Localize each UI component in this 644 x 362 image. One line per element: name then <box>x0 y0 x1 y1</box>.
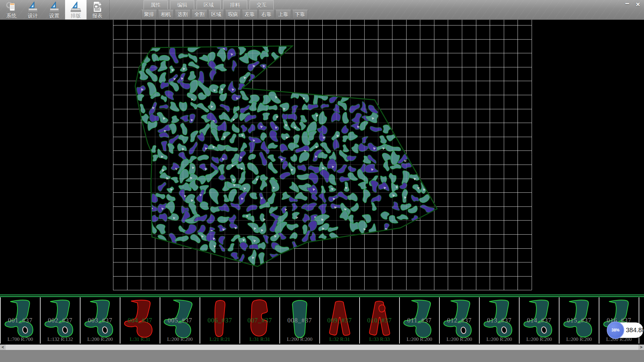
menu-tab-2[interactable]: 编辑 <box>170 0 194 9</box>
tool-buttons: 聚排相机选割全割区域瑕疵左靠右靠上靠下靠 <box>141 10 308 19</box>
piece-name: 012_#37 <box>440 317 479 324</box>
tool-button-5[interactable]: 区域 <box>208 10 224 19</box>
scroll-right-arrow-icon[interactable]: > <box>638 345 644 350</box>
tool-button-7[interactable]: 左靠 <box>242 10 258 19</box>
tool-button-4[interactable]: 全割 <box>192 10 207 19</box>
app-button-1[interactable]: 系统 <box>1 0 22 19</box>
memory-value: 384.8M <box>626 322 644 338</box>
filmstrip-separator-line <box>0 296 644 297</box>
minimize-button[interactable]: − <box>623 1 632 8</box>
filmstrip-item-15[interactable]: 015_#37L:200 R:200 <box>559 297 599 344</box>
filmstrip-item-4[interactable]: 004_#37L:31 R:31 <box>120 297 160 344</box>
nesting-icon <box>70 1 82 13</box>
nesting-canvas[interactable] <box>0 19 644 295</box>
filmstrip-item-11[interactable]: 011_#37L:200 R:200 <box>399 297 439 344</box>
app-button-label: 排版 <box>65 13 87 19</box>
app-button-label: 报表 <box>87 13 108 19</box>
piece-name: 003_#37 <box>80 317 120 324</box>
window-bottom-strip <box>0 350 644 362</box>
piece-name: 014_#37 <box>520 317 559 324</box>
piece-name: 001_#37 <box>1 317 40 324</box>
piece-name: 004_#37 <box>120 317 160 324</box>
piece-counts: L:200 R:200 <box>520 337 559 342</box>
scrollbar-thumb[interactable] <box>6 345 638 350</box>
app-window: 系统设计设置排版报表 属性编辑区域排料交互 聚排相机选割全割区域瑕疵左靠右靠上靠… <box>0 0 644 362</box>
horizontal-scrollbar[interactable]: < > <box>0 345 644 350</box>
piece-counts: L:200 R:200 <box>440 337 479 342</box>
settings-icon <box>48 1 60 13</box>
tool-button-9[interactable]: 上靠 <box>275 10 291 19</box>
piece-counts: L:31 R:31 <box>240 337 279 342</box>
filmstrip-item-10[interactable]: 010_#37L:33 R:33 <box>359 297 399 344</box>
piece-name: 008_#37 <box>280 317 319 324</box>
piece-counts: L:132 R:132 <box>41 337 80 342</box>
piece-counts: L:200 R:200 <box>559 337 599 342</box>
tool-button-2[interactable]: 相机 <box>158 10 174 19</box>
system-icon <box>5 1 17 13</box>
piece-name: 005_#37 <box>160 317 200 324</box>
filmstrip-item-12[interactable]: 012_#37L:200 R:200 <box>439 297 479 344</box>
filmstrip-item-8[interactable]: 008_#37L:200 R:200 <box>279 297 319 344</box>
piece-counts: L:200 R:200 <box>280 337 319 342</box>
piece-counts: L:200 R:200 <box>160 337 200 342</box>
progress-circle: 38% <box>607 321 624 339</box>
filmstrip-item-6[interactable]: 006_#37L:21 R:21 <box>200 297 239 344</box>
piece-filmstrip-cells: 001_#37L:700 R:700002_#37L:132 R:132003_… <box>0 297 644 344</box>
tool-button-1[interactable]: 聚排 <box>141 10 157 19</box>
piece-filmstrip: 001_#37L:700 R:700002_#37L:132 R:132003_… <box>0 295 644 345</box>
piece-counts: L:200 R:200 <box>400 337 439 342</box>
tool-button-6[interactable]: 瑕疵 <box>225 10 241 19</box>
piece-counts: L:33 R:33 <box>360 337 399 342</box>
app-button-5[interactable]: 报表 <box>87 0 108 19</box>
menu-tab-5[interactable]: 交互 <box>250 0 274 9</box>
piece-counts: L:200 R:200 <box>80 337 120 342</box>
app-button-label: 设置 <box>44 13 65 19</box>
piece-counts: L:21 R:21 <box>200 337 239 342</box>
filmstrip-item-2[interactable]: 002_#37L:132 R:132 <box>40 297 80 344</box>
tool-button-3[interactable]: 选割 <box>175 10 191 19</box>
tool-button-8[interactable]: 右靠 <box>259 10 274 19</box>
piece-counts: L:700 R:700 <box>1 337 40 342</box>
piece-name: 007_#37 <box>240 317 279 324</box>
tool-button-10[interactable]: 下靠 <box>292 10 308 19</box>
filmstrip-item-7[interactable]: 007_#37L:31 R:31 <box>239 297 279 344</box>
piece-counts: L:32 R:31 <box>320 337 359 342</box>
report-icon <box>91 1 103 13</box>
piece-counts: L:31 R:31 <box>120 337 160 342</box>
scroll-left-arrow-icon[interactable]: < <box>0 345 6 350</box>
filmstrip-item-5[interactable]: 005_#37L:200 R:200 <box>160 297 200 344</box>
close-button[interactable]: × <box>633 1 643 8</box>
app-toolbar: 系统设计设置排版报表 <box>1 0 110 19</box>
piece-name: 009_#37 <box>320 317 359 324</box>
filmstrip-item-3[interactable]: 003_#37L:200 R:200 <box>80 297 120 344</box>
piece-name: 013_#37 <box>480 317 519 324</box>
toolbar: 系统设计设置排版报表 属性编辑区域排料交互 聚排相机选割全割区域瑕疵左靠右靠上靠… <box>0 0 644 20</box>
app-button-label: 系统 <box>1 13 22 19</box>
piece-name: 015_#37 <box>559 317 599 324</box>
app-button-4[interactable]: 排版 <box>65 0 87 19</box>
app-button-2[interactable]: 设计 <box>22 0 44 19</box>
menu-tabs: 属性编辑区域排料交互 <box>144 0 274 9</box>
piece-counts: L:200 R:200 <box>480 337 519 342</box>
design-icon <box>27 1 39 13</box>
memory-status-badge: 38% 384.8M <box>608 322 643 338</box>
menu-tab-3[interactable]: 区域 <box>197 0 221 9</box>
app-button-3[interactable]: 设置 <box>44 0 65 19</box>
filmstrip-item-13[interactable]: 013_#37L:200 R:200 <box>479 297 519 344</box>
piece-name: 006_#37 <box>200 317 239 324</box>
piece-name: 011_#37 <box>400 317 439 324</box>
filmstrip-item-1[interactable]: 001_#37L:700 R:700 <box>0 297 40 344</box>
filmstrip-item-14[interactable]: 014_#37L:200 R:200 <box>519 297 559 344</box>
filmstrip-item-9[interactable]: 009_#37L:32 R:31 <box>319 297 359 344</box>
menu-tab-1[interactable]: 属性 <box>144 0 168 9</box>
menu-tab-4[interactable]: 排料 <box>223 0 247 9</box>
piece-name: 010_#37 <box>360 317 399 324</box>
piece-name: 002_#37 <box>41 317 80 324</box>
app-button-label: 设计 <box>22 13 44 19</box>
